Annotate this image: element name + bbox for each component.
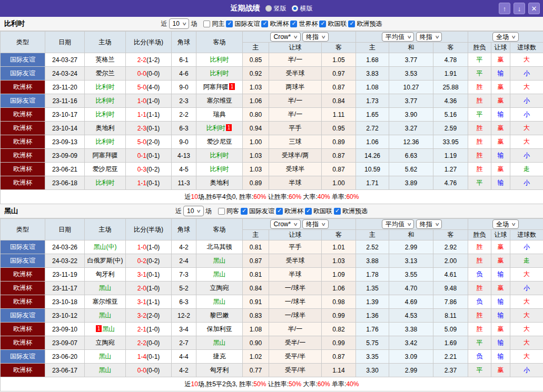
layout-vertical-radio[interactable]: 竖版 [265,4,287,13]
bookmaker-select[interactable]: Crow*v [270,219,301,229]
home-team: 比利时 [85,81,126,94]
league-checkbox-0[interactable] [226,21,233,27]
match-date: 24-03-24 [45,67,85,81]
table-row: 国际友谊24-03-22白俄罗斯(中)0-2(0-2)2-4黑山0.87受半球1… [1,254,543,268]
avg-home: 3.30 [356,364,389,377]
odds-time-select[interactable]: 终指v [302,32,329,42]
same-venue-checkbox[interactable] [203,21,210,27]
odds-time-select[interactable]: 终指v [302,219,329,229]
match-type-badge: 国际友谊 [1,94,45,108]
odds-home: 0.81 [243,240,269,254]
away-team-name: 奥地利 [210,179,229,186]
avg-away: 4.76 [433,176,468,190]
avg-draw: 4.53 [389,309,433,323]
league-checkbox-2[interactable] [290,21,297,27]
radio-checked-icon [292,5,298,12]
sub-header-4: 和 [389,230,433,240]
score-cell: 3-1(1-1) [126,295,172,309]
home-team: 爱尔兰 [85,67,126,81]
odds-away: 0.99 [322,309,356,323]
col-header-2: 主场 [85,219,126,240]
full-time-score: 2-3 [137,125,146,132]
match-date: 24-03-22 [45,254,85,268]
league-checkbox-1[interactable] [276,208,283,215]
result-wdl: 平 [468,336,491,350]
avg-draw: 3.77 [389,53,433,67]
league-checkbox-4[interactable] [348,21,355,27]
close-button[interactable]: ✕ [528,3,540,14]
score-cell: 5-0(4-0) [126,81,172,94]
chevron-down-icon: v [294,33,297,41]
away-team: 比利时 [196,149,243,163]
match-date: 23-06-18 [45,176,85,190]
match-count-select[interactable]: 10v [169,18,190,29]
avg-home: 1.71 [356,176,389,190]
full-time-score: 1-1 [137,111,146,118]
period-select[interactable]: 全场v [492,219,519,229]
corner-count: 11-3 [172,176,196,190]
match-date: 23-10-14 [45,122,85,135]
team-filter-row: 比利时近10v场同主国际友谊欧洲杯世界杯欧国联欧洲预选 [0,17,543,31]
league-label-3: 欧洲预选 [342,207,368,216]
away-team-name: 保加利亚 [207,325,232,333]
match-type-badge: 欧洲杯 [1,135,45,149]
home-team-name: 塞尔维亚 [93,298,118,305]
odds-away: 1.11 [322,108,356,122]
avg-time-select[interactable]: 终指v [416,219,442,229]
result-goals: 走 [510,254,543,268]
col-header-5: 客场 [196,32,243,53]
period-select[interactable]: 全场v [492,32,519,42]
handicap: 半/一 [269,323,322,336]
league-label-0: 国际友谊 [249,207,274,216]
league-label-3: 欧国联 [328,19,347,28]
result-goals: 小 [510,108,543,122]
result-goals: 大 [510,135,543,149]
result-handicap: 输 [491,309,510,323]
half-time-score: (0-0) [146,339,160,347]
result-handicap: 输 [491,108,510,122]
odds-home: 0.81 [243,268,269,282]
full-time-score: 2-2 [137,339,146,347]
average-select[interactable]: 平均值v [382,32,414,42]
bookmaker-select[interactable]: Crow*v [270,32,301,42]
odds-away: 1.06 [322,282,356,295]
league-checkbox-3[interactable] [334,208,341,215]
home-team: 英格兰 [85,53,126,67]
home-team-name: 英格兰 [96,56,115,63]
col-header-3: 比分(半场) [126,32,172,53]
corner-count: 9-0 [172,135,196,149]
same-venue-checkbox[interactable] [218,208,225,215]
match-date: 23-10-12 [45,309,85,323]
layout-horizontal-radio[interactable]: 横版 [292,4,313,13]
league-checkbox-0[interactable] [241,208,248,215]
home-team: 黑山 [85,350,126,364]
average-select[interactable]: 平均值v [382,219,414,229]
match-type-badge: 欧洲杯 [1,295,45,309]
summary-part: 场,胜5平2负3, 胜率: [198,380,253,388]
half-time-score: (1-1) [146,298,160,306]
league-label-2: 欧国联 [313,207,332,216]
home-team: 奥地利 [85,122,126,135]
same-venue-label: 同主 [212,19,224,28]
avg-time-select[interactable]: 终指v [416,32,442,42]
move-down-button[interactable]: ↓ [514,3,525,14]
move-up-button[interactable]: ↑ [499,3,510,14]
match-count-select[interactable]: 10v [183,206,204,216]
home-team-name: 立陶宛 [96,339,115,346]
away-team: 黑山 [196,336,243,350]
half-time-score: (0-0) [146,367,160,374]
handicap: 受半球 [269,67,322,81]
result-handicap: 输 [491,295,510,309]
away-team-name: 比利时 [206,124,225,132]
result-wdl: 胜 [468,163,491,176]
table-row: 国际友谊23-06-20黑山1-4(0-1)4-4捷克1.02受平/半0.873… [1,350,543,364]
away-team-name: 黑山 [213,257,226,264]
avg-home: 14.26 [356,149,389,163]
avg-away: 5.16 [433,108,468,122]
league-checkbox-1[interactable] [261,21,268,27]
full-time-score: 0-0 [137,70,146,77]
table-row: 国际友谊24-03-26黑山(中)1-0(1-0)4-2北马其顿0.81平手1.… [1,240,543,254]
league-checkbox-2[interactable] [305,208,312,215]
league-checkbox-3[interactable] [319,21,326,27]
avg-home: 3.88 [356,254,389,268]
